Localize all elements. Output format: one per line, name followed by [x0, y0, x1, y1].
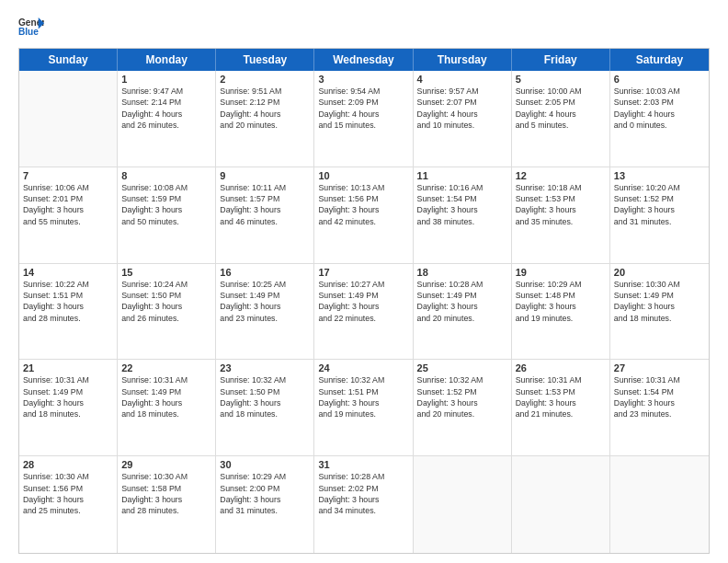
empty-cell-w4-5 — [512, 456, 610, 553]
day-cell-16: 16Sunrise: 10:25 AM Sunset: 1:49 PM Dayl… — [216, 264, 314, 360]
week-row-5: 28Sunrise: 10:30 AM Sunset: 1:56 PM Dayl… — [19, 456, 709, 553]
day-info: Sunrise: 9:47 AM Sunset: 2:14 PM Dayligh… — [121, 86, 211, 131]
week-row-3: 14Sunrise: 10:22 AM Sunset: 1:51 PM Dayl… — [19, 264, 709, 361]
empty-cell-w0-0 — [19, 71, 118, 167]
calendar-body: 1Sunrise: 9:47 AM Sunset: 2:14 PM Daylig… — [19, 71, 709, 553]
day-cell-4: 4Sunrise: 9:57 AM Sunset: 2:07 PM Daylig… — [414, 71, 512, 167]
logo: General Blue — [18, 15, 44, 40]
day-info: Sunrise: 10:31 AM Sunset: 1:54 PM Daylig… — [614, 374, 705, 419]
day-info: Sunrise: 10:06 AM Sunset: 2:01 PM Daylig… — [23, 182, 113, 227]
day-cell-30: 30Sunrise: 10:29 AM Sunset: 2:00 PM Dayl… — [216, 456, 314, 553]
day-cell-25: 25Sunrise: 10:32 AM Sunset: 1:52 PM Dayl… — [414, 360, 512, 455]
day-number: 17 — [318, 267, 408, 278]
header: General Blue — [18, 15, 710, 40]
day-number: 21 — [23, 362, 113, 373]
day-number: 12 — [516, 170, 606, 181]
day-number: 19 — [516, 267, 606, 278]
weekday-header-sunday: Sunday — [19, 49, 118, 71]
day-cell-11: 11Sunrise: 10:16 AM Sunset: 1:54 PM Dayl… — [414, 167, 512, 263]
weekday-header-monday: Monday — [118, 49, 216, 71]
day-number: 7 — [23, 170, 113, 181]
day-info: Sunrise: 9:57 AM Sunset: 2:07 PM Dayligh… — [417, 86, 507, 131]
day-cell-23: 23Sunrise: 10:32 AM Sunset: 1:50 PM Dayl… — [216, 360, 314, 455]
day-info: Sunrise: 10:29 AM Sunset: 1:48 PM Daylig… — [516, 279, 606, 324]
day-info: Sunrise: 10:32 AM Sunset: 1:51 PM Daylig… — [318, 374, 408, 419]
day-info: Sunrise: 10:08 AM Sunset: 1:59 PM Daylig… — [121, 182, 211, 227]
day-number: 29 — [121, 459, 211, 470]
day-info: Sunrise: 10:31 AM Sunset: 1:53 PM Daylig… — [516, 374, 606, 419]
day-cell-21: 21Sunrise: 10:31 AM Sunset: 1:49 PM Dayl… — [19, 360, 118, 455]
day-info: Sunrise: 10:28 AM Sunset: 2:02 PM Daylig… — [318, 471, 408, 516]
empty-cell-w4-4 — [414, 456, 512, 553]
day-cell-22: 22Sunrise: 10:31 AM Sunset: 1:49 PM Dayl… — [118, 360, 216, 455]
day-info: Sunrise: 10:18 AM Sunset: 1:53 PM Daylig… — [516, 182, 606, 227]
day-cell-14: 14Sunrise: 10:22 AM Sunset: 1:51 PM Dayl… — [19, 264, 118, 360]
day-info: Sunrise: 9:54 AM Sunset: 2:09 PM Dayligh… — [318, 86, 408, 131]
day-number: 28 — [23, 459, 113, 470]
day-number: 30 — [220, 459, 310, 470]
day-info: Sunrise: 10:22 AM Sunset: 1:51 PM Daylig… — [23, 279, 113, 324]
day-number: 11 — [417, 170, 507, 181]
day-cell-5: 5Sunrise: 10:00 AM Sunset: 2:05 PM Dayli… — [512, 71, 610, 167]
day-number: 16 — [220, 267, 310, 278]
day-cell-28: 28Sunrise: 10:30 AM Sunset: 1:56 PM Dayl… — [19, 456, 118, 553]
day-number: 5 — [516, 74, 606, 85]
logo-icon: General Blue — [18, 15, 44, 40]
day-info: Sunrise: 10:30 AM Sunset: 1:56 PM Daylig… — [23, 471, 113, 516]
day-info: Sunrise: 10:03 AM Sunset: 2:03 PM Daylig… — [614, 86, 705, 131]
day-number: 31 — [318, 459, 408, 470]
day-info: Sunrise: 10:32 AM Sunset: 1:50 PM Daylig… — [220, 374, 310, 419]
day-cell-20: 20Sunrise: 10:30 AM Sunset: 1:49 PM Dayl… — [610, 264, 709, 360]
day-cell-9: 9Sunrise: 10:11 AM Sunset: 1:57 PM Dayli… — [216, 167, 314, 263]
day-number: 20 — [614, 267, 705, 278]
weekday-header-friday: Friday — [512, 49, 610, 71]
day-cell-8: 8Sunrise: 10:08 AM Sunset: 1:59 PM Dayli… — [118, 167, 216, 263]
svg-text:Blue: Blue — [18, 27, 39, 37]
day-number: 13 — [614, 170, 705, 181]
day-number: 3 — [318, 74, 408, 85]
weekday-header-wednesday: Wednesday — [314, 49, 413, 71]
weekday-header-tuesday: Tuesday — [216, 49, 314, 71]
day-info: Sunrise: 10:28 AM Sunset: 1:49 PM Daylig… — [417, 279, 507, 324]
day-cell-15: 15Sunrise: 10:24 AM Sunset: 1:50 PM Dayl… — [118, 264, 216, 360]
day-cell-17: 17Sunrise: 10:27 AM Sunset: 1:49 PM Dayl… — [314, 264, 413, 360]
day-cell-1: 1Sunrise: 9:47 AM Sunset: 2:14 PM Daylig… — [118, 71, 216, 167]
day-info: Sunrise: 10:30 AM Sunset: 1:58 PM Daylig… — [121, 471, 211, 516]
day-number: 25 — [417, 362, 507, 373]
day-number: 2 — [220, 74, 310, 85]
weekday-header-saturday: Saturday — [610, 49, 709, 71]
week-row-1: 1Sunrise: 9:47 AM Sunset: 2:14 PM Daylig… — [19, 71, 709, 167]
day-info: Sunrise: 10:00 AM Sunset: 2:05 PM Daylig… — [516, 86, 606, 131]
day-cell-18: 18Sunrise: 10:28 AM Sunset: 1:49 PM Dayl… — [414, 264, 512, 360]
day-number: 26 — [516, 362, 606, 373]
day-info: Sunrise: 10:11 AM Sunset: 1:57 PM Daylig… — [220, 182, 310, 227]
day-cell-6: 6Sunrise: 10:03 AM Sunset: 2:03 PM Dayli… — [610, 71, 709, 167]
empty-cell-w4-6 — [610, 456, 709, 553]
day-number: 6 — [614, 74, 705, 85]
day-cell-19: 19Sunrise: 10:29 AM Sunset: 1:48 PM Dayl… — [512, 264, 610, 360]
day-info: Sunrise: 10:31 AM Sunset: 1:49 PM Daylig… — [121, 374, 211, 419]
day-number: 15 — [121, 267, 211, 278]
day-number: 10 — [318, 170, 408, 181]
calendar-header: SundayMondayTuesdayWednesdayThursdayFrid… — [19, 49, 709, 71]
day-info: Sunrise: 10:30 AM Sunset: 1:49 PM Daylig… — [614, 279, 705, 324]
day-cell-10: 10Sunrise: 10:13 AM Sunset: 1:56 PM Dayl… — [314, 167, 413, 263]
day-cell-31: 31Sunrise: 10:28 AM Sunset: 2:02 PM Dayl… — [314, 456, 413, 553]
day-cell-3: 3Sunrise: 9:54 AM Sunset: 2:09 PM Daylig… — [314, 71, 413, 167]
day-cell-12: 12Sunrise: 10:18 AM Sunset: 1:53 PM Dayl… — [512, 167, 610, 263]
week-row-4: 21Sunrise: 10:31 AM Sunset: 1:49 PM Dayl… — [19, 360, 709, 456]
day-number: 24 — [318, 362, 408, 373]
day-number: 22 — [121, 362, 211, 373]
page: General Blue SundayMondayTuesdayWednesda… — [0, 0, 728, 563]
day-number: 27 — [614, 362, 705, 373]
day-info: Sunrise: 10:24 AM Sunset: 1:50 PM Daylig… — [121, 279, 211, 324]
day-number: 4 — [417, 74, 507, 85]
day-info: Sunrise: 9:51 AM Sunset: 2:12 PM Dayligh… — [220, 86, 310, 131]
day-cell-2: 2Sunrise: 9:51 AM Sunset: 2:12 PM Daylig… — [216, 71, 314, 167]
day-number: 1 — [121, 74, 211, 85]
calendar: SundayMondayTuesdayWednesdayThursdayFrid… — [18, 48, 710, 554]
day-cell-29: 29Sunrise: 10:30 AM Sunset: 1:58 PM Dayl… — [118, 456, 216, 553]
day-info: Sunrise: 10:31 AM Sunset: 1:49 PM Daylig… — [23, 374, 113, 419]
day-cell-7: 7Sunrise: 10:06 AM Sunset: 2:01 PM Dayli… — [19, 167, 118, 263]
day-number: 8 — [121, 170, 211, 181]
